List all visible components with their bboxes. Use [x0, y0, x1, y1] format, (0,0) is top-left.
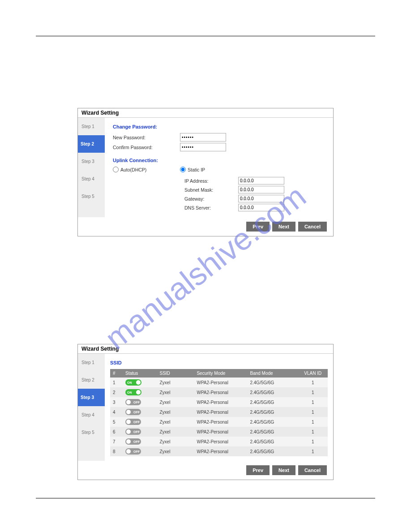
status-toggle[interactable]: OFF — [125, 399, 141, 405]
status-toggle[interactable]: OFF — [125, 429, 141, 435]
col-header-vlan: VLAN ID — [298, 369, 328, 378]
status-toggle[interactable]: OFF — [125, 419, 141, 425]
status-toggle[interactable]: OFF — [125, 438, 141, 445]
p2-step-item-1[interactable]: Step 1 — [78, 354, 105, 371]
step-item-1[interactable]: Step 1 — [78, 118, 105, 135]
status-toggle-label: ON — [127, 381, 132, 384]
page-bottom-rule — [36, 498, 375, 498]
cell-band: 2.4G/5G/6G — [247, 417, 298, 427]
cell-vlan: 1 — [298, 427, 328, 437]
panel2-next-button[interactable]: Next — [272, 465, 295, 475]
col-header-num: # — [110, 369, 123, 378]
cell-index: 7 — [110, 437, 123, 446]
panel1-cancel-button[interactable]: Cancel — [298, 222, 327, 232]
wizard-panel-step3: Wizard Setting Step 1 Step 2 Step 3 Step… — [77, 344, 334, 480]
confirm-password-label: Confirm Password: — [113, 145, 180, 150]
cell-security: WPA2-Personal — [194, 397, 247, 407]
status-toggle-label: OFF — [133, 420, 140, 424]
cell-band: 2.4G/5G/6G — [247, 446, 298, 456]
panel2-step-list: Step 1 Step 2 Step 3 Step 4 Step 5 — [78, 354, 105, 461]
table-row[interactable]: 5OFFZyxelWPA2-Personal2.4G/5G/6G1 — [110, 417, 328, 427]
table-row[interactable]: 3OFFZyxelWPA2-Personal2.4G/5G/6G1 — [110, 397, 328, 407]
status-toggle[interactable]: ON — [125, 389, 141, 395]
cell-index: 2 — [110, 387, 123, 397]
p2-step-item-2[interactable]: Step 2 — [78, 371, 105, 389]
cell-status: OFF — [123, 407, 157, 417]
radio-auto-dhcp[interactable]: Auto(DHCP) — [113, 167, 180, 172]
subnet-mask-input[interactable] — [238, 186, 284, 193]
cell-status: OFF — [123, 397, 157, 407]
panel2-prev-button[interactable]: Prev — [246, 465, 270, 475]
cell-security: WPA2-Personal — [194, 407, 247, 417]
cell-vlan: 1 — [298, 378, 328, 387]
panel2-cancel-button[interactable]: Cancel — [298, 465, 327, 475]
ssid-heading: SSID — [110, 360, 328, 365]
radio-static-ip[interactable]: Static IP — [180, 167, 247, 172]
panel1-next-button[interactable]: Next — [272, 222, 295, 232]
cell-status: OFF — [123, 437, 157, 446]
panel1-title: Wizard Setting — [78, 108, 333, 118]
cell-security: WPA2-Personal — [194, 446, 247, 456]
cell-band: 2.4G/5G/6G — [247, 387, 298, 397]
new-password-input[interactable] — [180, 133, 226, 142]
table-row[interactable]: 2ONZyxelWPA2-Personal2.4G/5G/6G1 — [110, 387, 328, 397]
ip-address-input[interactable] — [238, 177, 284, 184]
cell-index: 8 — [110, 446, 123, 456]
panel1-prev-button[interactable]: Prev — [246, 222, 270, 232]
toggle-knob — [126, 420, 131, 424]
radio-static-ip-input[interactable] — [180, 167, 186, 172]
cell-security: WPA2-Personal — [194, 378, 247, 387]
p2-step-item-4[interactable]: Step 4 — [78, 406, 105, 424]
cell-index: 1 — [110, 378, 123, 387]
page-top-rule — [36, 36, 375, 36]
status-toggle[interactable]: OFF — [125, 409, 141, 415]
dns-server-label: DNS Server: — [184, 205, 238, 210]
radio-auto-dhcp-input[interactable] — [113, 167, 119, 172]
cell-vlan: 1 — [298, 417, 328, 427]
toggle-knob — [136, 390, 141, 395]
step-item-2[interactable]: Step 2 — [78, 135, 105, 153]
step-item-4[interactable]: Step 4 — [78, 170, 105, 188]
table-row[interactable]: 8OFFZyxelWPA2-Personal2.4G/5G/6G1 — [110, 446, 328, 456]
cell-ssid: Zyxel — [157, 417, 194, 427]
cell-status: ON — [123, 387, 157, 397]
table-row[interactable]: 7OFFZyxelWPA2-Personal2.4G/5G/6G1 — [110, 437, 328, 446]
status-toggle[interactable]: ON — [125, 379, 141, 386]
status-toggle-label: OFF — [133, 440, 140, 443]
cell-vlan: 1 — [298, 446, 328, 456]
table-row[interactable]: 1ONZyxelWPA2-Personal2.4G/5G/6G1 — [110, 378, 328, 387]
cell-status: OFF — [123, 446, 157, 456]
status-toggle-label: OFF — [133, 401, 140, 404]
cell-band: 2.4G/5G/6G — [247, 407, 298, 417]
cell-security: WPA2-Personal — [194, 427, 247, 437]
status-toggle-label: OFF — [133, 430, 140, 433]
cell-ssid: Zyxel — [157, 407, 194, 417]
toggle-knob — [126, 449, 131, 454]
change-password-heading: Change Password: — [113, 124, 325, 129]
cell-ssid: Zyxel — [157, 446, 194, 456]
toggle-knob — [136, 380, 141, 385]
cell-band: 2.4G/5G/6G — [247, 397, 298, 407]
cell-vlan: 1 — [298, 437, 328, 446]
new-password-label: New Password: — [113, 135, 180, 140]
panel1-step-list: Step 1 Step 2 Step 3 Step 4 Step 5 — [78, 118, 105, 217]
panel2-title: Wizard Setting — [78, 344, 333, 354]
dns-server-input[interactable] — [238, 204, 284, 211]
p2-step-item-3[interactable]: Step 3 — [78, 389, 105, 406]
radio-static-ip-label: Static IP — [188, 167, 205, 172]
cell-vlan: 1 — [298, 387, 328, 397]
table-row[interactable]: 6OFFZyxelWPA2-Personal2.4G/5G/6G1 — [110, 427, 328, 437]
gateway-input[interactable] — [238, 195, 284, 202]
cell-index: 4 — [110, 407, 123, 417]
step-item-5[interactable]: Step 5 — [78, 188, 105, 205]
table-row[interactable]: 4OFFZyxelWPA2-Personal2.4G/5G/6G1 — [110, 407, 328, 417]
cell-security: WPA2-Personal — [194, 387, 247, 397]
status-toggle[interactable]: OFF — [125, 448, 141, 455]
step-item-3[interactable]: Step 3 — [78, 153, 105, 170]
confirm-password-input[interactable] — [180, 143, 226, 151]
cell-index: 6 — [110, 427, 123, 437]
uplink-heading: Uplink Connection: — [113, 158, 325, 163]
cell-band: 2.4G/5G/6G — [247, 437, 298, 446]
cell-ssid: Zyxel — [157, 397, 194, 407]
p2-step-item-5[interactable]: Step 5 — [78, 424, 105, 441]
